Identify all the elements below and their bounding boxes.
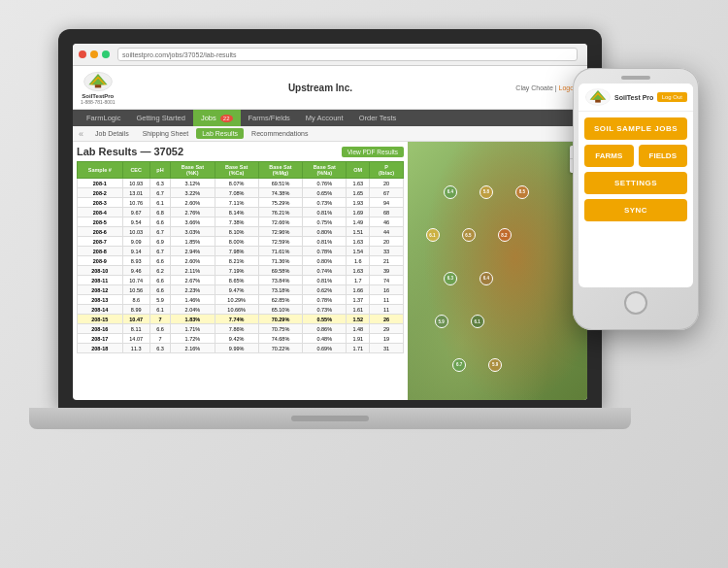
- cell-bsmg: 72.59%: [258, 237, 302, 247]
- table-row: 208-9 8.93 6.6 2.60% 8.21% 71.36% 0.80% …: [78, 256, 404, 266]
- cell-om: 1.49: [347, 217, 370, 227]
- cell-bsca: 7.19%: [215, 266, 258, 276]
- cell-cec: 8.11: [122, 324, 149, 334]
- cell-bsca: 7.08%: [215, 188, 258, 198]
- table-row: 208-11 10.74 6.6 2.67% 8.65% 73.84% 0.81…: [78, 276, 404, 285]
- cell-cec: 10.47: [122, 315, 149, 324]
- cell-bsk: 2.60%: [171, 198, 215, 208]
- phone-app-header: SoilTest Pro Log Out: [579, 84, 693, 112]
- nav-farmlogic[interactable]: FarmLogic: [79, 110, 128, 126]
- subnav-recommendations[interactable]: Recommendations: [246, 128, 314, 139]
- cell-cec: 10.74: [122, 276, 149, 285]
- nav-jobs[interactable]: Jobs 22: [193, 110, 241, 126]
- cell-p: 11: [370, 295, 404, 305]
- phone-logo-text: SoilTest Pro: [614, 94, 653, 101]
- cell-bsna: 0.73%: [303, 305, 347, 315]
- cell-bsna: 0.75%: [303, 217, 347, 227]
- browser-close-dot[interactable]: [79, 50, 86, 58]
- cell-cec: 9.14: [122, 247, 149, 256]
- map-sample-point: 8.5: [515, 185, 529, 199]
- browser-address-bar[interactable]: soiltestpro.com/jobs/37052/lab-results: [117, 48, 578, 61]
- laptop-bezel: soiltestpro.com/jobs/37052/lab-results S…: [58, 29, 602, 408]
- map-sample-point: 6.5: [462, 228, 476, 242]
- page-title: Lab Results — 37052: [77, 146, 183, 157]
- cell-sample: 208-7: [78, 237, 123, 247]
- cell-bsna: 0.73%: [303, 198, 347, 208]
- nav-farms-fields[interactable]: Farms/Fields: [241, 110, 298, 126]
- cell-cec: 10.56: [122, 285, 149, 295]
- cell-ph: 6.7: [149, 227, 170, 237]
- cell-bsca: 9.47%: [215, 285, 258, 295]
- cell-p: 19: [370, 334, 404, 344]
- table-row: 208-13 8.6 5.9 1.46% 10.29% 62.85% 0.78%…: [78, 295, 404, 305]
- cell-ph: 6.6: [149, 276, 170, 285]
- cell-om: 1.63: [347, 179, 370, 188]
- cell-bsmg: 72.66%: [258, 217, 302, 227]
- cell-ph: 7: [149, 315, 170, 324]
- cell-ph: 6.6: [149, 256, 170, 266]
- browser-minimize-dot[interactable]: [90, 50, 98, 58]
- subnav-job-details[interactable]: Job Details: [89, 128, 135, 139]
- cell-om: 1.69: [347, 208, 370, 217]
- map-sample-point: 5.9: [488, 358, 502, 372]
- cell-bsk: 3.22%: [171, 188, 215, 198]
- fields-button[interactable]: FIELDS: [639, 145, 688, 167]
- cell-bsmg: 74.38%: [258, 188, 302, 198]
- cell-bsk: 1.85%: [171, 237, 215, 247]
- cell-p: 94: [370, 198, 404, 208]
- cell-p: 46: [370, 217, 404, 227]
- table-scroll-area[interactable]: Sample # CEC pH Base Sat(%K) Base Sat(%C…: [77, 161, 404, 400]
- nav-order-tests[interactable]: Order Tests: [351, 110, 405, 126]
- table-row: 208-1 10.93 6.3 3.12% 8.07% 69.51% 0.76%…: [78, 179, 404, 188]
- cell-cec: 10.76: [122, 198, 149, 208]
- sub-nav: « Job Details Shipping Sheet Lab Results…: [73, 126, 587, 142]
- cell-cec: 13.01: [122, 188, 149, 198]
- subnav-shipping-sheet[interactable]: Shipping Sheet: [137, 128, 194, 139]
- cell-sample: 208-8: [78, 247, 123, 256]
- browser-chrome: soiltestpro.com/jobs/37052/lab-results: [73, 44, 587, 66]
- cell-bsca: 7.86%: [215, 324, 258, 334]
- cell-bsna: 0.80%: [303, 227, 347, 237]
- subnav-lab-results[interactable]: Lab Results: [196, 128, 244, 139]
- phone-menu: SOIL SAMPLE JOBS FARMS FIELDS SETTINGS S…: [579, 112, 693, 227]
- view-pdf-button[interactable]: View PDF Results: [342, 147, 404, 157]
- cell-bsk: 2.04%: [171, 305, 215, 315]
- cell-cec: 11.3: [122, 344, 149, 353]
- farms-button[interactable]: FARMS: [584, 145, 634, 167]
- cell-p: 16: [370, 285, 404, 295]
- phone-home-button[interactable]: [624, 291, 647, 315]
- col-header-ph: pH: [149, 162, 170, 179]
- laptop: soiltestpro.com/jobs/37052/lab-results S…: [58, 29, 621, 505]
- cell-bsca: 7.38%: [215, 217, 258, 227]
- map-panel: + − 6.4 5.8 8.5 6.1 6.5 8.2 6.3 6.4 5.9 …: [408, 142, 587, 400]
- cell-p: 31: [370, 344, 404, 353]
- cell-ph: 6.6: [149, 324, 170, 334]
- cell-bsk: 2.94%: [171, 247, 215, 256]
- cell-sample: 208-5: [78, 217, 123, 227]
- map-sample-point: 6.1: [471, 315, 484, 328]
- cell-ph: 6.9: [149, 237, 170, 247]
- settings-button[interactable]: SETTINGS: [584, 172, 687, 194]
- col-header-bsk: Base Sat(%K): [171, 162, 215, 179]
- nav-getting-started[interactable]: Getting Started: [128, 110, 192, 126]
- cell-cec: 9.46: [122, 266, 149, 276]
- cell-sample: 208-15: [78, 315, 123, 324]
- cell-bsmg: 70.75%: [258, 324, 302, 334]
- cell-om: 1.71: [347, 344, 370, 353]
- cell-bsna: 0.78%: [303, 247, 347, 256]
- soil-sample-jobs-button[interactable]: SOIL SAMPLE JOBS: [584, 117, 687, 140]
- main-nav: FarmLogic Getting Started Jobs 22 Farms/…: [73, 110, 587, 126]
- phone-logout-button[interactable]: Log Out: [657, 92, 687, 102]
- jobs-badge: 22: [220, 115, 233, 122]
- cell-cec: 9.54: [122, 217, 149, 227]
- back-arrow[interactable]: «: [79, 129, 83, 139]
- cell-om: 1.63: [347, 266, 370, 276]
- sync-button[interactable]: SYNC: [584, 199, 687, 221]
- nav-my-account[interactable]: My Account: [298, 110, 351, 126]
- cell-om: 1.65: [347, 188, 370, 198]
- browser-maximize-dot[interactable]: [102, 50, 110, 58]
- cell-bsca: 7.98%: [215, 247, 258, 256]
- cell-bsna: 0.69%: [303, 344, 347, 353]
- map-sample-point: 6.7: [452, 358, 466, 372]
- cell-bsmg: 71.36%: [258, 256, 302, 266]
